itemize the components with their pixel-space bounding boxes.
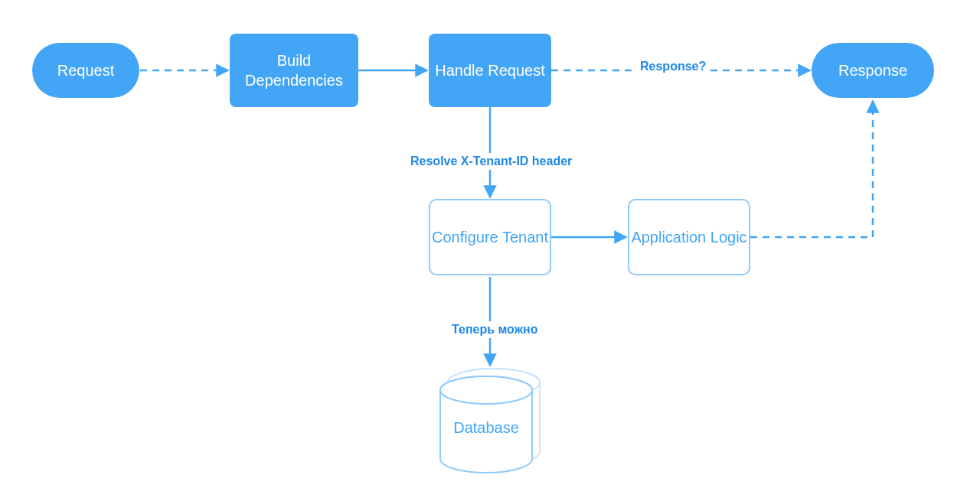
- edge-label-now-allowed: Теперь можно: [447, 321, 542, 338]
- node-configure-tenant: Configure Tenant: [429, 199, 551, 275]
- node-database-label: Database: [429, 419, 544, 437]
- edge-label-response-q: Response?: [635, 58, 710, 75]
- edge-label-resolve-header: Resolve X-Tenant-ID header: [406, 153, 577, 170]
- svg-point-0: [448, 369, 540, 396]
- node-response-label: Response: [838, 60, 907, 80]
- node-handle-request-label: Handle Request: [435, 60, 544, 80]
- database-shape-back: [448, 369, 540, 465]
- node-response: Response: [812, 43, 934, 98]
- svg-point-1: [440, 376, 532, 404]
- node-application-logic-label: Application Logic: [631, 227, 746, 247]
- node-request-label: Request: [57, 60, 115, 80]
- node-request: Request: [32, 43, 139, 98]
- node-handle-request: Handle Request: [429, 34, 551, 107]
- node-build-dependencies-label: Build Dependencies: [230, 50, 358, 90]
- node-application-logic: Application Logic: [628, 199, 750, 275]
- node-build-dependencies: Build Dependencies: [230, 34, 358, 107]
- node-configure-tenant-label: Configure Tenant: [432, 227, 548, 247]
- edge-applogic-to-response: [750, 101, 873, 237]
